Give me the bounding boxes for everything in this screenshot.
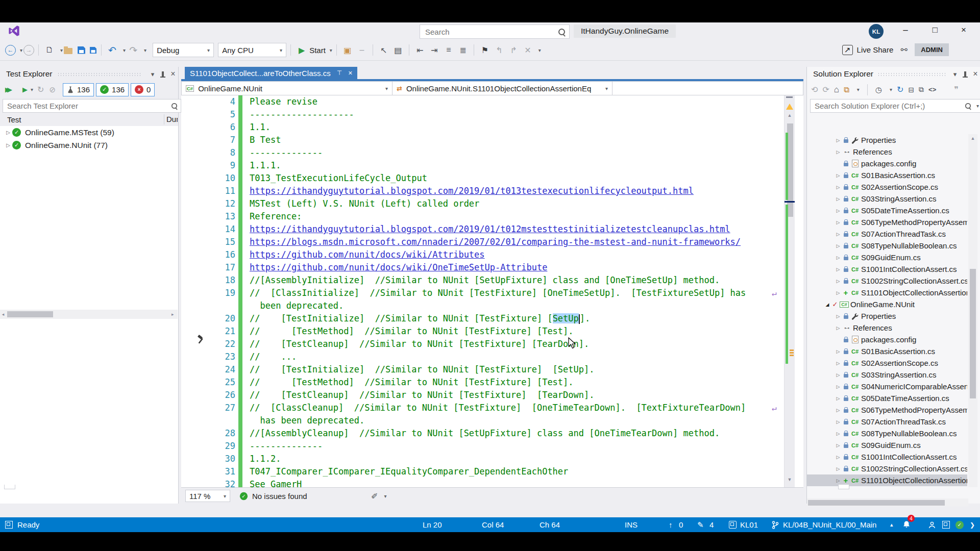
solution-horizontal-scrollbar[interactable] xyxy=(807,498,968,507)
item-label[interactable]: S1001IntCollectionAssert.cs xyxy=(861,453,957,461)
bookmark-icon[interactable]: ⚑ xyxy=(480,45,490,55)
solution-tree-item[interactable]: + ✓ ▪‑▪ C# C# S03StringAssertion.cs xyxy=(807,369,967,381)
branch-caret-icon[interactable]: ▴ xyxy=(890,517,893,532)
hot-reload-icon[interactable]: ▣ xyxy=(342,45,353,55)
solution-search-input[interactable] xyxy=(814,101,951,111)
solution-configuration-dropdown[interactable]: Debug ▾ xyxy=(153,43,214,57)
solution-tree-item[interactable]: + ✓ ▪‑▪ C# C# S1002StringCollectionAsser… xyxy=(807,463,967,474)
solution-tree-item[interactable]: + ✓ ▪‑▪ C# C# S06TypeMethodPropertyAssem… xyxy=(807,216,967,228)
tool-window-tab[interactable] xyxy=(32,485,42,489)
status-line[interactable]: Ln 20 xyxy=(423,517,442,532)
solution-tree-item[interactable]: + ✓ ▪‑▪ C# C# S05DateTimeAssertion.cs xyxy=(807,205,967,216)
code-line[interactable]: 22 // [TestCleanup] //Similar to NUnit [… xyxy=(181,338,784,350)
code-line[interactable]: 32 See GamerH ↵ xyxy=(181,478,784,487)
solution-tree-item[interactable]: + ✓ ▪‑▪ C# C# S1001IntCollectionAssert.c… xyxy=(807,263,967,275)
item-label[interactable]: S1101ObjectCollectionAssertion xyxy=(861,476,967,485)
pushes-count[interactable]: 0 xyxy=(679,517,683,532)
solution-tree-item[interactable]: + ✓ ▪‑▪ C# C# packages.config xyxy=(807,158,967,169)
run-all-tests-icon[interactable]: ▶▶ xyxy=(5,86,18,93)
test-column-header[interactable]: Test xyxy=(7,115,21,124)
scroll-left-icon[interactable]: ◂ xyxy=(0,312,6,317)
minimize-button[interactable]: – xyxy=(894,25,917,35)
test-tree-row[interactable]: ▷ ✓ OnlineGame.MSTest (59) xyxy=(0,126,178,139)
expand-arrow-icon[interactable] xyxy=(835,431,842,436)
redo-icon[interactable]: ↷ xyxy=(128,44,138,56)
editor-vertical-scrollbar[interactable]: ▲ ▼ xyxy=(784,95,795,487)
expand-arrow-icon[interactable] xyxy=(835,149,842,155)
item-label[interactable]: S09GuidEnum.cs xyxy=(861,253,921,262)
item-label[interactable]: References xyxy=(853,147,892,156)
solution-tree-item[interactable]: + ✓ ▪‑▪ C# C# S07ActionThreadTask.cs xyxy=(807,416,967,428)
tool-window-tab[interactable] xyxy=(810,485,820,489)
expand-arrow-icon[interactable] xyxy=(835,349,842,354)
close-panel-icon[interactable]: × xyxy=(168,69,178,79)
health-label[interactable]: No issues found xyxy=(252,492,307,500)
filter-dropdown-icon[interactable]: ▾ xyxy=(890,87,892,92)
solution-tree-item[interactable]: + ✓ ▪‑▪ C# C# S03StringAssertion.cs xyxy=(807,193,967,205)
solution-platform-dropdown[interactable]: Any CPU ▾ xyxy=(218,43,286,57)
background-tasks-icon[interactable] xyxy=(5,517,13,532)
item-label[interactable]: S02AssertionScope.cs xyxy=(861,183,938,191)
indent-increase-icon[interactable]: ⇥ xyxy=(429,45,439,55)
expand-arrow-icon[interactable] xyxy=(824,302,831,307)
pending-edits-icon[interactable]: ✎ xyxy=(697,517,704,532)
solution-tree-item[interactable]: + ✓ ▪‑▪ C# C# S09GuidEnum.cs xyxy=(807,439,967,451)
failed-tests-badge[interactable]: × 0 xyxy=(131,83,155,96)
close-tab-icon[interactable]: × xyxy=(348,69,352,77)
item-label[interactable]: S03StringAssertion.cs xyxy=(861,194,937,203)
status-column[interactable]: Col 64 xyxy=(482,517,504,532)
code-area[interactable]: 4 Please revise ↵ 5 --------------------… xyxy=(181,95,784,487)
sync-dropdown-icon[interactable]: ▾ xyxy=(857,87,860,92)
split-handle[interactable] xyxy=(786,96,793,98)
tool-window-tab[interactable] xyxy=(4,485,15,489)
code-line[interactable]: 4 Please revise ↵ xyxy=(181,95,784,108)
item-label[interactable]: References xyxy=(853,323,892,332)
item-label[interactable]: S1101ObjectCollectionAssertior xyxy=(861,288,967,297)
pin-icon[interactable] xyxy=(162,71,164,77)
save-all-icon[interactable] xyxy=(90,46,97,54)
expand-arrow-icon[interactable] xyxy=(835,361,842,366)
admin-button[interactable]: ADMIN xyxy=(915,43,949,56)
item-label[interactable]: S02AssertionScope.cs xyxy=(861,359,938,367)
start-debug-icon[interactable]: ▶ xyxy=(297,45,307,55)
window-position-icon[interactable]: ▾ xyxy=(950,70,960,78)
code-line[interactable]: 8 -------------- ↵ xyxy=(181,146,784,159)
search-dropdown-icon[interactable]: ▾ xyxy=(976,103,979,109)
item-label[interactable]: S07ActionThreadTask.cs xyxy=(861,417,946,426)
code-cleanup-icon[interactable]: ✐ xyxy=(370,491,380,501)
code-line[interactable]: 17 https://github.com/nunit/docs/wiki/On… xyxy=(181,261,784,274)
solution-tree-item[interactable]: + ✓ ▪‑▪ C# C# References xyxy=(807,322,967,334)
global-search[interactable] xyxy=(420,24,570,39)
solution-tree-item[interactable]: + ✓ ▪‑▪ C# C# S01BasicAssertion.cs xyxy=(807,169,967,181)
status-insert-mode[interactable]: INS xyxy=(625,517,638,532)
expand-arrow-icon[interactable]: ▷ xyxy=(4,130,12,135)
view-code-icon[interactable]: <> xyxy=(928,86,936,93)
code-line[interactable]: 16 https://github.com/nunit/docs/wiki/At… xyxy=(181,248,784,261)
expand-arrow-icon[interactable] xyxy=(835,255,842,260)
scroll-right-icon[interactable]: ▸ xyxy=(172,312,174,317)
item-label[interactable]: S01BasicAssertion.cs xyxy=(861,171,935,180)
item-label[interactable]: S04NumericIComparableAsserti xyxy=(861,382,967,391)
solution-tree-item[interactable]: + ✓ ▪‑▪ C# C# S09GuidEnum.cs xyxy=(807,252,967,263)
branch-icon[interactable] xyxy=(772,517,779,532)
sync-with-active-document-icon[interactable]: ⧉ xyxy=(844,85,849,94)
code-line[interactable]: 30 1.1.2. ↵ xyxy=(181,453,784,465)
save-icon[interactable] xyxy=(78,46,85,54)
code-line[interactable]: 13 Reference: ↵ xyxy=(181,210,784,223)
code-line[interactable]: 25 // [TestMethod] //Similar to NUnit [T… xyxy=(181,376,784,389)
expand-arrow-icon[interactable] xyxy=(835,138,842,143)
item-label[interactable]: S08TypeNullableBoolean.cs xyxy=(861,429,957,438)
toolbar-overflow-icon[interactable]: ▾ xyxy=(538,47,541,53)
code-line[interactable]: 11 https://ithandyguytutorial.blogspot.c… xyxy=(181,185,784,197)
solution-tree-item[interactable]: + ✓ ▪‑▪ C# C# S05DateTimeAssertion.cs xyxy=(807,392,967,404)
solution-tree-item[interactable]: + ✓ ▪‑▪ C# C# S08TypeNullableBoolean.cs xyxy=(807,240,967,252)
run-dropdown-icon[interactable]: ▾ xyxy=(31,87,33,92)
solution-tree-item[interactable]: + ✓ ▪‑▪ C# C# S1002StringCollectionAsser… xyxy=(807,275,967,287)
solution-tree-item[interactable]: + ✓ ▪‑▪ C# C# packages.config xyxy=(807,334,967,345)
item-label[interactable]: S05DateTimeAssertion.cs xyxy=(861,394,949,403)
scroll-up-icon[interactable]: ▲ xyxy=(785,113,795,118)
expand-arrow-icon[interactable] xyxy=(835,185,842,190)
solution-tree-item[interactable]: + ✓ ▪‑▪ C# C# OnlineGame.NUnit xyxy=(807,298,967,310)
test-horizontal-scrollbar[interactable]: ◂ ▸ xyxy=(0,310,178,319)
expand-arrow-icon[interactable] xyxy=(835,267,842,272)
